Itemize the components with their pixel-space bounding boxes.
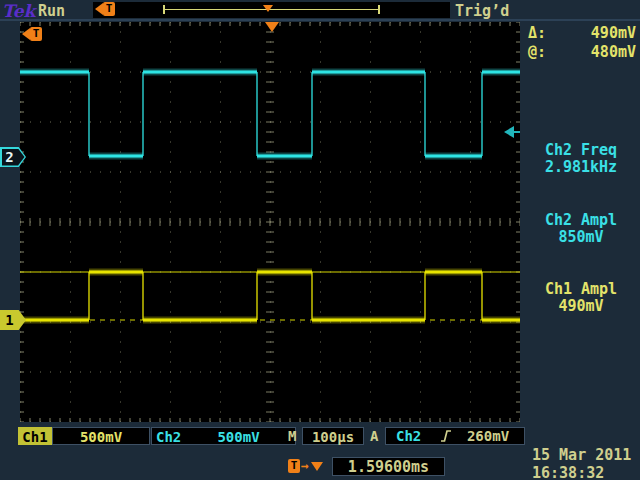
ch1-position-marker: 1 — [0, 310, 26, 330]
expansion-point-triangle-icon — [265, 22, 279, 32]
t-glyph: T — [30, 27, 42, 41]
ch2-scale: 500mV — [192, 428, 295, 444]
date-text: 15 Mar 2011 — [532, 446, 640, 464]
waveform-display — [20, 22, 520, 422]
datetime-readout: 15 Mar 2011 16:38:32 — [532, 446, 640, 480]
right-arrow-icon: → — [301, 458, 309, 473]
record-view-bar: T — [93, 2, 450, 18]
ch2-scale-readout: Ch2 500mV — [151, 427, 296, 445]
trigger-mode-label: A — [370, 427, 378, 445]
tek-logo: Tek — [2, 1, 35, 21]
left-triangle-icon — [504, 126, 514, 138]
rising-edge-icon — [440, 429, 452, 443]
trigger-status: Trig’d — [455, 2, 509, 20]
delay-time-indicator: T → — [288, 458, 323, 473]
t-glyph: T — [103, 2, 115, 16]
down-triangle-icon — [311, 462, 323, 471]
ch1-scale-readout: 500mV — [52, 427, 150, 445]
graticule: T — [20, 22, 520, 422]
delay-time-readout: 1.59600ms — [332, 457, 445, 476]
ch2-label: Ch2 — [152, 428, 192, 444]
trigger-source: Ch2 — [386, 427, 440, 445]
measurement-label: Ch1 Ampl — [522, 281, 640, 298]
trigger-t-icon: T — [95, 2, 115, 16]
measurement-readouts: Δ: 490mV @: 480mV Ch2 Freq 2.981kHz Ch2 … — [522, 0, 640, 428]
timebase-readout: 100µs — [302, 427, 364, 445]
at-value: 480mV — [591, 43, 636, 61]
measurement-value: 850mV — [522, 229, 640, 246]
cursor-at-readout: @: 480mV — [526, 43, 638, 61]
measurement-ch1-ampl: Ch1 Ampl 490mV — [522, 281, 640, 315]
left-arrow-icon — [22, 28, 30, 40]
measurement-value: 2.981kHz — [522, 159, 640, 176]
timebase-label: M — [288, 427, 296, 445]
delta-value: 490mV — [591, 24, 636, 42]
ch1-number: 1 — [0, 310, 19, 330]
left-arrow-icon — [95, 3, 103, 15]
delayed-trigger-t-icon: T — [22, 27, 42, 41]
at-label: @: — [528, 43, 546, 61]
delay-t-icon: T — [288, 459, 300, 473]
trigger-level-arrow-icon — [504, 126, 520, 138]
trigger-readout: Ch2 260mV — [385, 427, 525, 445]
right-bracket — [378, 5, 380, 14]
ch2-position-marker: 2 — [0, 147, 26, 167]
arrow-tail — [514, 131, 520, 133]
measurement-label: Ch2 Freq — [522, 142, 640, 159]
measurement-label: Ch2 Ampl — [522, 212, 640, 229]
measurement-ch2-freq: Ch2 Freq 2.981kHz — [522, 142, 640, 176]
trigger-position-triangle-icon — [263, 5, 273, 12]
measurement-value: 490mV — [522, 298, 640, 315]
cursor-delta-readout: Δ: 490mV — [526, 24, 638, 42]
ch1-channel-badge: Ch1 — [18, 427, 52, 445]
trigger-level: 260mV — [452, 427, 524, 445]
acquisition-status: Run — [38, 2, 65, 20]
ch2-number: 2 — [0, 147, 19, 167]
measurement-ch2-ampl: Ch2 Ampl 850mV — [522, 212, 640, 246]
time-text: 16:38:32 — [532, 464, 640, 480]
delta-label: Δ: — [528, 24, 546, 42]
